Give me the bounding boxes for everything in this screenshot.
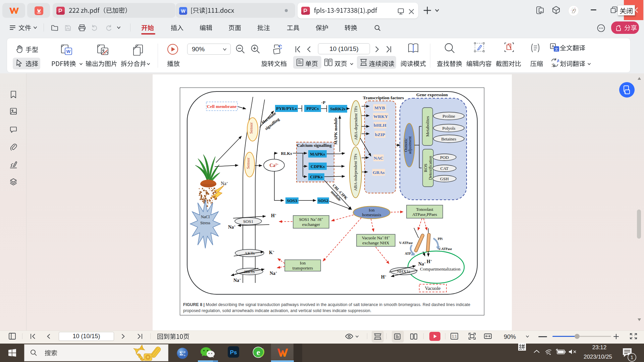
svg-text:e: e [257,348,260,357]
svg-text:ABA-dependent TFs: ABA-dependent TFs [354,106,358,140]
svg-text:NAC: NAC [374,156,383,161]
svg-text:GSH: GSH [440,176,449,181]
svg-text:POD: POD [440,155,449,160]
svg-text:Stress: Stress [200,221,210,225]
svg-text:MYB: MYB [374,105,385,110]
svg-text:Vacuole Na+/H+: Vacuole Na+/H+ [362,235,390,240]
svg-text:FIGURE 8 | Model describing th: FIGURE 8 | Model describing the signal t… [183,302,470,307]
svg-text:CIPKs: CIPKs [310,174,323,179]
svg-text:Vacuole: Vacuole [425,286,441,291]
svg-text:ATP: ATP [405,252,411,255]
svg-text:Compartmentalization: Compartmentalization [420,266,461,272]
svg-text:adjustment: adjustment [408,136,412,154]
svg-text:÷: ÷ [183,353,185,357]
svg-text:Σ: Σ [179,350,183,357]
svg-text:1: 1 [631,354,633,360]
svg-text:A: A [557,59,559,63]
svg-text:SnRK2s: SnRK2s [330,106,345,111]
svg-text:Proline: Proline [442,114,455,119]
svg-text:RLKs: RLKs [281,151,292,156]
svg-text:Detoxification: Detoxification [428,156,433,180]
svg-text:CAT: CAT [440,166,449,171]
svg-text:Ion: Ion [300,260,306,265]
svg-text:NHX1s: NHX1s [397,269,410,274]
svg-text:homestasis: homestasis [362,212,381,217]
svg-text:1:1: 1:1 [452,335,457,338]
svg-text:MAPKs: MAPKs [310,152,325,157]
svg-text:SOS3: SOS3 [287,198,298,203]
svg-text:SOS1 Na+/H+: SOS1 Na+/H+ [299,217,323,222]
svg-text:proposed regulation, solid arr: proposed regulation, solid arrowheads in… [183,308,371,313]
svg-text:Cell membrane: Cell membrane [207,104,237,109]
svg-text:SOS1: SOS1 [243,219,253,224]
svg-text:PYR/PYLs: PYR/PYLs [276,106,297,111]
svg-text:Gene expression: Gene expression [416,92,448,97]
svg-text:V-ATPase: V-ATPase [438,247,452,251]
svg-text:Sensor: Sensor [246,157,251,169]
svg-text:W: W [181,8,185,14]
svg-text:Calcium signalling: Calcium signalling [297,143,332,148]
svg-text:Ps: Ps [230,349,237,356]
svg-text:Betaines: Betaines [441,136,457,141]
svg-text:-P: -P [321,100,325,105]
svg-text:exchanger: exchanger [302,222,320,227]
svg-text:Sensor: Sensor [249,122,254,134]
svg-text:V-ATPase: V-ATPase [399,241,413,245]
svg-text:Tonoolast: Tonoolast [416,207,433,212]
svg-text:CDPKs: CDPKs [311,164,325,169]
svg-text:Metabolites: Metabolites [425,116,430,136]
svg-text:文: 文 [555,47,558,51]
svg-text:GRAs: GRAs [373,170,384,175]
svg-text:transporters: transporters [292,265,313,270]
svg-text:ROS: ROS [423,164,428,172]
svg-text:ATPase,PPaes: ATPase,PPaes [412,212,437,217]
svg-text:WRKY: WRKY [373,114,388,119]
svg-text:PPi: PPi [438,237,443,241]
svg-text:MAPK module: MAPK module [333,117,338,144]
svg-text:PP2Cs: PP2Cs [307,106,319,111]
svg-text:W: W [66,49,71,54]
svg-text:Ion: Ion [369,207,375,213]
svg-text:文: 文 [551,63,555,67]
svg-text:NaCl: NaCl [201,215,210,219]
svg-text:exchange NHX: exchange NHX [362,240,389,245]
svg-text:ABA-independent TFs: ABA-independent TFs [353,154,358,191]
svg-text:SOS2: SOS2 [318,198,328,203]
svg-text:bZIP: bZIP [375,132,385,137]
svg-text:Transcription factors: Transcription factors [363,95,404,100]
svg-text:Polyols: Polyols [442,126,455,131]
svg-text:bHLH: bHLH [374,123,386,128]
